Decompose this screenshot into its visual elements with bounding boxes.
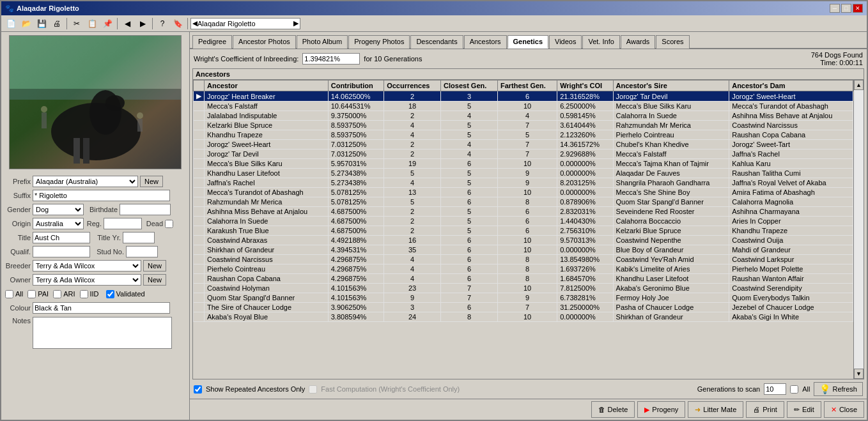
- print-button[interactable]: 🖨 Print: [746, 401, 784, 418]
- table-row[interactable]: Pierhelo Cointreau 4.296875% 4 6 8 1.693…: [194, 264, 853, 274]
- stud-no-input[interactable]: [126, 246, 158, 257]
- tab-progeny-photos[interactable]: Progeny Photos: [348, 35, 410, 49]
- print-button[interactable]: 🖨: [50, 17, 64, 30]
- col-ancestor[interactable]: Ancestor: [205, 80, 329, 91]
- delete-button[interactable]: 🗑 Delete: [591, 401, 635, 418]
- gen-scan-input[interactable]: [764, 383, 786, 395]
- table-row[interactable]: Rahzmundah Mr Merica 5.078125% 5 6 8 0.8…: [194, 197, 853, 207]
- table-row[interactable]: The Sire of Chaucer Lodge 3.906250% 3 6 …: [194, 303, 853, 312]
- col-sire[interactable]: Ancestor's Sire: [613, 80, 729, 91]
- table-scroll-area[interactable]: Ancestor Contribution Occurrences Closes…: [193, 80, 853, 379]
- bookmark-button[interactable]: 🔖: [171, 17, 185, 30]
- tab-vet-info[interactable]: Vet. Info: [582, 35, 619, 49]
- title-input[interactable]: [33, 232, 90, 243]
- ancestors-table-container[interactable]: Ancestor Contribution Occurrences Closes…: [193, 80, 864, 379]
- nav-forward-button[interactable]: ▶: [136, 17, 150, 30]
- notes-textarea[interactable]: [33, 317, 172, 349]
- table-row[interactable]: Calahorra In Suede 4.687500% 2 5 6 1.440…: [194, 217, 853, 226]
- new-owner-button[interactable]: New: [143, 274, 166, 286]
- progeny-button[interactable]: ▶ Progeny: [637, 401, 685, 418]
- close-button[interactable]: ✕ Close: [824, 401, 864, 418]
- table-row[interactable]: Coastwind Narcissus 4.296875% 4 6 8 13.8…: [194, 255, 853, 264]
- col-occurrences[interactable]: Occurrences: [384, 80, 441, 91]
- fast-computation-checkbox[interactable]: [309, 385, 317, 394]
- open-button[interactable]: 📂: [19, 17, 33, 30]
- dead-checkbox[interactable]: [165, 220, 173, 228]
- all-checkbox[interactable]: [5, 290, 13, 298]
- scroll-track[interactable]: [854, 90, 864, 369]
- pai-checkbox[interactable]: [27, 290, 36, 298]
- table-row[interactable]: Ashihna Miss Behave at Anjalou 4.687500%…: [194, 207, 853, 217]
- origin-select[interactable]: Australia: [33, 218, 84, 229]
- breeder-select[interactable]: Terry & Ada Wilcox: [33, 260, 141, 272]
- maximize-button[interactable]: □: [841, 4, 851, 13]
- iid-checkbox[interactable]: [80, 290, 88, 298]
- birthdate-input[interactable]: [120, 204, 171, 215]
- table-row[interactable]: Khandhu Laser Litefoot 5.273438% 5 5 9 0…: [194, 169, 853, 178]
- table-row[interactable]: Jaffna's Rachel 5.273438% 4 5 9 8.203125…: [194, 178, 853, 188]
- show-repeated-checkbox[interactable]: [194, 385, 202, 394]
- search-input[interactable]: [198, 20, 293, 27]
- new-button[interactable]: 📄: [4, 17, 18, 30]
- scroll-down-button[interactable]: ▼: [854, 369, 864, 379]
- cut-button[interactable]: ✂: [70, 17, 84, 30]
- tab-genetics[interactable]: Genetics: [508, 35, 548, 49]
- col-contribution[interactable]: Contribution: [328, 80, 384, 91]
- suffix-input[interactable]: [33, 190, 170, 201]
- table-row[interactable]: Shirkhan of Grandeur 4.394531% 35 6 10 0…: [194, 245, 853, 255]
- table-row[interactable]: Mecca's Turandot of Abashagh 5.078125% 1…: [194, 188, 853, 197]
- table-row[interactable]: Karakush True Blue 4.687500% 2 5 6 2.756…: [194, 226, 853, 236]
- refresh-button[interactable]: 💡 Refresh: [814, 382, 863, 396]
- table-row[interactable]: Raushan Copa Cabana 4.296875% 4 6 8 1.68…: [194, 274, 853, 284]
- gender-select[interactable]: Dog: [33, 204, 84, 215]
- tab-pedigree[interactable]: Pedigree: [192, 35, 232, 49]
- col-coi[interactable]: Wright's COI: [557, 80, 613, 91]
- table-row[interactable]: Coastwind Holyman 4.101563% 23 7 10 7.81…: [194, 284, 853, 293]
- table-row[interactable]: Jalalabad Indisputable 9.375000% 2 4 4 0…: [194, 111, 853, 121]
- table-row[interactable]: Jorogz' Tar Devil 7.031250% 2 4 7 2.9296…: [194, 149, 853, 159]
- table-row[interactable]: Khandhu Trapeze 8.593750% 4 5 5 2.123260…: [194, 130, 853, 140]
- close-button[interactable]: ✕: [853, 4, 863, 13]
- table-row[interactable]: Mecca's Falstaff 10.644531% 18 5 10 6.25…: [194, 102, 853, 111]
- col-closest[interactable]: Closest Gen.: [441, 80, 498, 91]
- scroll-up-button[interactable]: ▲: [854, 80, 864, 90]
- col-farthest[interactable]: Farthest Gen.: [497, 80, 557, 91]
- colour-input[interactable]: [33, 302, 170, 314]
- paste-button[interactable]: 📌: [100, 17, 114, 30]
- table-row[interactable]: Mecca's Blue Silks Karu 5.957031% 19 6 1…: [194, 159, 853, 169]
- ari-checkbox[interactable]: [53, 290, 61, 298]
- qualif-input[interactable]: [33, 246, 90, 257]
- table-row[interactable]: Coastwind Abraxas 4.492188% 16 6 10 9.57…: [194, 236, 853, 245]
- table-row[interactable]: Akaba's Royal Blue 3.808594% 24 8 10 0.0…: [194, 312, 853, 322]
- tab-ancestors[interactable]: Ancestors: [464, 35, 507, 49]
- nav-arrow-left[interactable]: ◀: [192, 19, 198, 27]
- save-button[interactable]: 💾: [35, 17, 49, 30]
- prefix-select[interactable]: Alaqadar (Australia): [33, 176, 138, 187]
- new-prefix-button[interactable]: New: [140, 176, 163, 187]
- edit-button[interactable]: ✏ Edit: [787, 401, 821, 418]
- tab-descendants[interactable]: Descendants: [410, 35, 463, 49]
- title-yr-input[interactable]: [123, 232, 155, 243]
- validated-checkbox[interactable]: [106, 290, 114, 298]
- nav-arrow-right[interactable]: ▶: [293, 19, 298, 27]
- table-row[interactable]: Jorogz' Sweet-Heart 7.031250% 2 4 7 14.3…: [194, 140, 853, 149]
- scrollbar[interactable]: ▲ ▼: [853, 80, 864, 379]
- tab-videos[interactable]: Videos: [549, 35, 582, 49]
- nav-back-button[interactable]: ◀: [120, 17, 134, 30]
- tab-photo-album[interactable]: Photo Album: [297, 35, 348, 49]
- copy-button[interactable]: 📋: [85, 17, 99, 30]
- minimize-button[interactable]: ─: [830, 4, 840, 13]
- table-row[interactable]: ▶ Jorogz' Heart Breaker 14.062500% 2 3 6…: [194, 91, 853, 102]
- help-button[interactable]: ?: [155, 17, 169, 30]
- coeff-input[interactable]: [302, 53, 360, 65]
- tab-awards[interactable]: Awards: [621, 35, 655, 49]
- reg-input[interactable]: [104, 218, 142, 229]
- new-breeder-button[interactable]: New: [143, 260, 166, 272]
- col-dam[interactable]: Ancestor's Dam: [729, 80, 853, 91]
- table-row[interactable]: Kelzarki Blue Spruce 8.593750% 4 5 7 3.6…: [194, 121, 853, 130]
- tab-ancestor-photos[interactable]: Ancestor Photos: [233, 35, 296, 49]
- litter-mate-button[interactable]: ➜ Litter Mate: [688, 401, 743, 418]
- tab-scores[interactable]: Scores: [656, 35, 689, 49]
- all-gen-checkbox[interactable]: [790, 385, 798, 394]
- table-row[interactable]: Quom Star Spangl'd Banner 4.101563% 9 7 …: [194, 293, 853, 303]
